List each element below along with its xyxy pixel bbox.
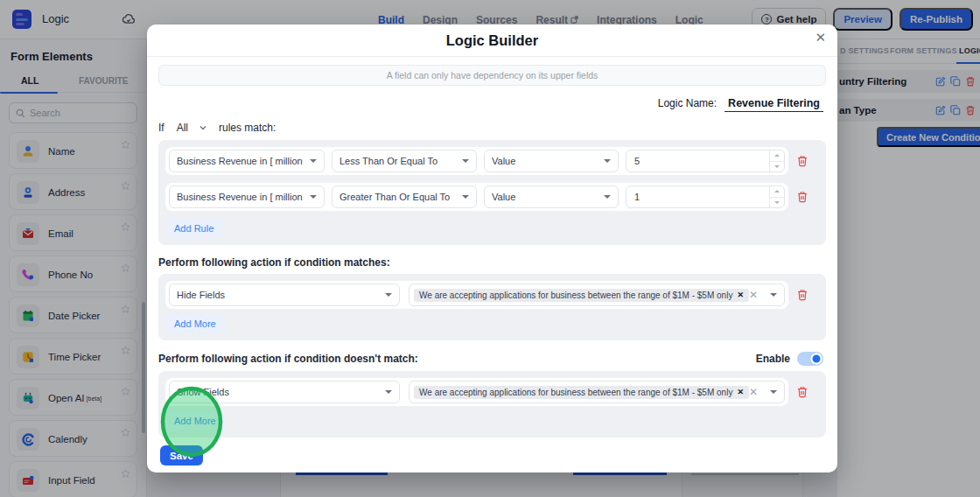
caret-down-icon: [604, 195, 611, 199]
action-row: Hide Fields We are accepting application…: [165, 281, 819, 309]
caret-down-icon: [770, 390, 777, 394]
match-mode-value: All: [177, 122, 188, 134]
if-label: If: [158, 122, 164, 134]
chevron-down-icon: [200, 125, 206, 130]
rule-row-2: Business Revenue in [ million $ ] Greate…: [165, 183, 819, 211]
clear-all-icon[interactable]: ✕: [749, 289, 765, 301]
toggle-knob: [810, 353, 822, 365]
logic-builder-modal: Logic Builder ✕ A field can only have de…: [147, 24, 837, 472]
field-chip: We are accepting applications for busine…: [414, 289, 749, 302]
value-type-select[interactable]: Value: [484, 186, 619, 208]
caret-down-icon: [385, 293, 392, 297]
logic-name-row: Logic Name: Revenue Filtering: [158, 97, 826, 112]
rule-row-1: Business Revenue in [ million $ ] Less T…: [165, 147, 819, 175]
nomatch-label-text: Perform following action if condition do…: [158, 353, 418, 365]
dependency-info-banner: A field can only have dependency on its …: [158, 65, 826, 86]
caret-down-icon: [604, 159, 611, 163]
modal-header: Logic Builder ✕: [147, 24, 837, 57]
action-select[interactable]: Hide Fields: [169, 284, 400, 306]
action-inputs: Hide Fields We are accepting application…: [165, 281, 788, 309]
delete-rule-icon[interactable]: [796, 155, 808, 167]
caret-down-icon: [462, 195, 469, 199]
action-select[interactable]: Show Fields: [169, 381, 400, 403]
fields-multiselect[interactable]: We are accepting applications for busine…: [409, 284, 785, 306]
add-more-button-highlighted[interactable]: Add More: [165, 411, 225, 430]
clear-all-icon[interactable]: ✕: [749, 386, 765, 398]
value-type-select[interactable]: Value: [484, 150, 619, 172]
rule-inputs: Business Revenue in [ million $ ] Greate…: [165, 183, 788, 211]
action-inputs: Show Fields We are accepting application…: [165, 378, 788, 406]
caret-down-icon: [310, 195, 317, 199]
rule-inputs: Business Revenue in [ million $ ] Less T…: [165, 147, 788, 175]
number-stepper[interactable]: [769, 186, 784, 207]
logic-name-input[interactable]: Revenue Filtering: [724, 97, 823, 112]
close-icon[interactable]: ✕: [815, 31, 826, 44]
operator-select[interactable]: Greater Than Or Equal To: [332, 186, 477, 208]
field-select[interactable]: Business Revenue in [ million $ ]: [169, 150, 325, 172]
app-frame: Logic Build Design Sources Result Integr…: [0, 0, 980, 497]
delete-action-icon[interactable]: [796, 386, 808, 398]
modal-body: A field can only have dependency on its …: [147, 65, 837, 466]
rules-match-row: If All rules match:: [158, 122, 826, 134]
match-action-label: Perform following action if condition ma…: [158, 256, 826, 269]
add-more-button[interactable]: Add More: [165, 314, 225, 333]
logic-name-label: Logic Name:: [658, 97, 717, 109]
add-rule-button[interactable]: Add Rule: [165, 219, 222, 238]
caret-down-icon: [770, 293, 777, 297]
caret-down-icon: [310, 159, 317, 163]
match-mode-select[interactable]: All: [177, 122, 206, 134]
modal-title: Logic Builder: [446, 32, 538, 49]
field-chip-label: We are accepting applications for busine…: [419, 388, 732, 397]
caret-down-icon: [385, 390, 392, 394]
rules-match-label: rules match:: [219, 122, 276, 134]
action-row: Show Fields We are accepting application…: [165, 378, 819, 406]
number-stepper[interactable]: [769, 150, 784, 172]
chip-remove-icon[interactable]: ✕: [737, 388, 744, 396]
enable-wrap: Enable: [756, 352, 826, 366]
field-select[interactable]: Business Revenue in [ million $ ]: [169, 186, 325, 208]
nomatch-action-container: Show Fields We are accepting application…: [158, 371, 826, 438]
field-chip-label: We are accepting applications for busine…: [419, 290, 732, 300]
value-number-input[interactable]: 5: [626, 150, 785, 172]
field-chip: We are accepting applications for busine…: [414, 386, 749, 399]
value-number-input[interactable]: 1: [626, 186, 785, 208]
delete-action-icon[interactable]: [796, 289, 808, 301]
rules-container: Business Revenue in [ million $ ] Less T…: [158, 140, 826, 245]
enable-toggle[interactable]: [797, 352, 823, 366]
enable-label: Enable: [756, 353, 790, 365]
match-action-container: Hide Fields We are accepting application…: [158, 274, 826, 340]
operator-select[interactable]: Less Than Or Equal To: [332, 150, 477, 172]
nomatch-action-label: Perform following action if condition do…: [158, 352, 826, 366]
chip-remove-icon[interactable]: ✕: [737, 290, 744, 299]
delete-rule-icon[interactable]: [796, 191, 808, 203]
fields-multiselect[interactable]: We are accepting applications for busine…: [409, 381, 785, 403]
caret-down-icon: [462, 159, 469, 163]
save-button[interactable]: Save: [160, 445, 203, 466]
